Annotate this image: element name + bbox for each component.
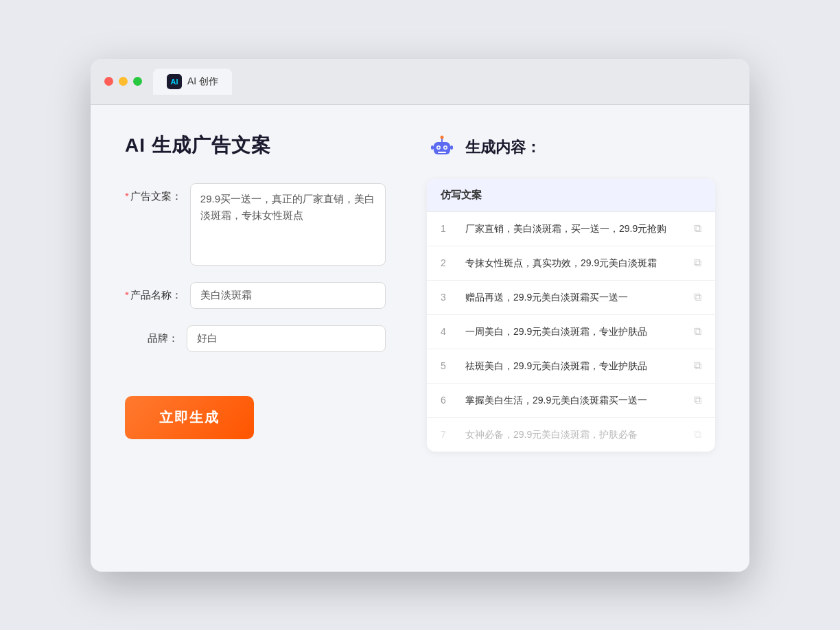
result-text: 掌握美白生活，29.9元美白淡斑霜买一送一 bbox=[465, 393, 683, 408]
robot-icon bbox=[427, 132, 457, 163]
result-number: 3 bbox=[441, 292, 454, 303]
result-text: 女神必备，29.9元美白淡斑霜，护肤必备 bbox=[465, 428, 683, 442]
result-number: 5 bbox=[441, 360, 454, 371]
browser-titlebar: AI AI 创作 bbox=[91, 59, 749, 105]
brand-input[interactable] bbox=[187, 325, 386, 352]
result-text: 厂家直销，美白淡斑霜，买一送一，29.9元抢购 bbox=[465, 222, 683, 236]
brand-label: 品牌： bbox=[125, 325, 187, 345]
ad-copy-group: *广告文案： 29.9买一送一，真正的厂家直销，美白淡斑霜，专抹女性斑点 bbox=[125, 183, 386, 266]
result-number: 6 bbox=[441, 395, 454, 406]
copy-icon[interactable]: ⧉ bbox=[694, 222, 701, 235]
generate-button[interactable]: 立即生成 bbox=[125, 396, 254, 439]
tab-label: AI 创作 bbox=[187, 75, 218, 88]
svg-point-6 bbox=[441, 135, 444, 139]
result-item: 6掌握美白生活，29.9元美白淡斑霜买一送一⧉ bbox=[427, 384, 715, 418]
copy-icon[interactable]: ⧉ bbox=[694, 291, 701, 303]
result-item: 5祛斑美白，29.9元美白淡斑霜，专业护肤品⧉ bbox=[427, 349, 715, 384]
ai-tab-icon: AI bbox=[167, 74, 182, 89]
ad-copy-input[interactable]: 29.9买一送一，真正的厂家直销，美白淡斑霜，专抹女性斑点 bbox=[190, 183, 386, 266]
result-item: 1厂家直销，美白淡斑霜，买一送一，29.9元抢购⧉ bbox=[427, 212, 715, 246]
svg-rect-8 bbox=[431, 145, 434, 150]
result-number: 4 bbox=[441, 326, 454, 337]
result-number: 2 bbox=[441, 257, 454, 268]
close-button[interactable] bbox=[104, 77, 113, 86]
results-container: 仿写文案 1厂家直销，美白淡斑霜，买一送一，29.9元抢购⧉2专抹女性斑点，真实… bbox=[427, 179, 715, 452]
result-text: 赠品再送，29.9元美白淡斑霜买一送一 bbox=[465, 290, 683, 305]
ai-tab[interactable]: AI AI 创作 bbox=[153, 69, 232, 95]
result-number: 7 bbox=[441, 429, 454, 440]
browser-window: AI AI 创作 AI 生成广告文案 *广告文案： 29.9买一送一，真正的厂家… bbox=[91, 59, 749, 572]
svg-rect-9 bbox=[450, 145, 453, 150]
brand-group: 品牌： bbox=[125, 325, 386, 352]
page-title: AI 生成广告文案 bbox=[125, 132, 386, 159]
result-text: 专抹女性斑点，真实功效，29.9元美白淡斑霜 bbox=[465, 256, 683, 270]
browser-content: AI 生成广告文案 *广告文案： 29.9买一送一，真正的厂家直销，美白淡斑霜，… bbox=[91, 105, 749, 572]
svg-rect-7 bbox=[438, 152, 446, 153]
results-title: 生成内容： bbox=[465, 137, 541, 158]
results-header-area: 生成内容： bbox=[427, 132, 715, 163]
ad-copy-label: *广告文案： bbox=[125, 183, 190, 203]
product-name-input[interactable] bbox=[190, 282, 386, 309]
result-number: 1 bbox=[441, 223, 454, 234]
ad-copy-required: * bbox=[125, 190, 129, 202]
copy-icon[interactable]: ⧉ bbox=[694, 325, 701, 338]
result-item: 4一周美白，29.9元美白淡斑霜，专业护肤品⧉ bbox=[427, 315, 715, 349]
result-item: 7女神必备，29.9元美白淡斑霜，护肤必备⧉ bbox=[427, 418, 715, 452]
result-text: 祛斑美白，29.9元美白淡斑霜，专业护肤品 bbox=[465, 359, 683, 373]
svg-point-3 bbox=[438, 146, 440, 148]
traffic-lights bbox=[104, 77, 142, 86]
product-name-required: * bbox=[125, 289, 129, 301]
copy-icon[interactable]: ⧉ bbox=[694, 394, 701, 406]
svg-point-4 bbox=[445, 146, 447, 148]
left-panel: AI 生成广告文案 *广告文案： 29.9买一送一，真正的厂家直销，美白淡斑霜，… bbox=[125, 132, 386, 544]
results-list: 1厂家直销，美白淡斑霜，买一送一，29.9元抢购⧉2专抹女性斑点，真实功效，29… bbox=[427, 212, 715, 452]
product-name-group: *产品名称： bbox=[125, 282, 386, 309]
right-panel: 生成内容： 仿写文案 1厂家直销，美白淡斑霜，买一送一，29.9元抢购⧉2专抹女… bbox=[427, 132, 715, 544]
product-name-label: *产品名称： bbox=[125, 282, 190, 302]
result-item: 2专抹女性斑点，真实功效，29.9元美白淡斑霜⧉ bbox=[427, 246, 715, 281]
maximize-button[interactable] bbox=[133, 77, 142, 86]
copy-icon[interactable]: ⧉ bbox=[694, 428, 701, 441]
result-item: 3赠品再送，29.9元美白淡斑霜买一送一⧉ bbox=[427, 281, 715, 315]
copy-icon[interactable]: ⧉ bbox=[694, 257, 701, 269]
results-column-header: 仿写文案 bbox=[427, 179, 715, 212]
copy-icon[interactable]: ⧉ bbox=[694, 360, 701, 372]
minimize-button[interactable] bbox=[119, 77, 128, 86]
result-text: 一周美白，29.9元美白淡斑霜，专业护肤品 bbox=[465, 325, 683, 339]
